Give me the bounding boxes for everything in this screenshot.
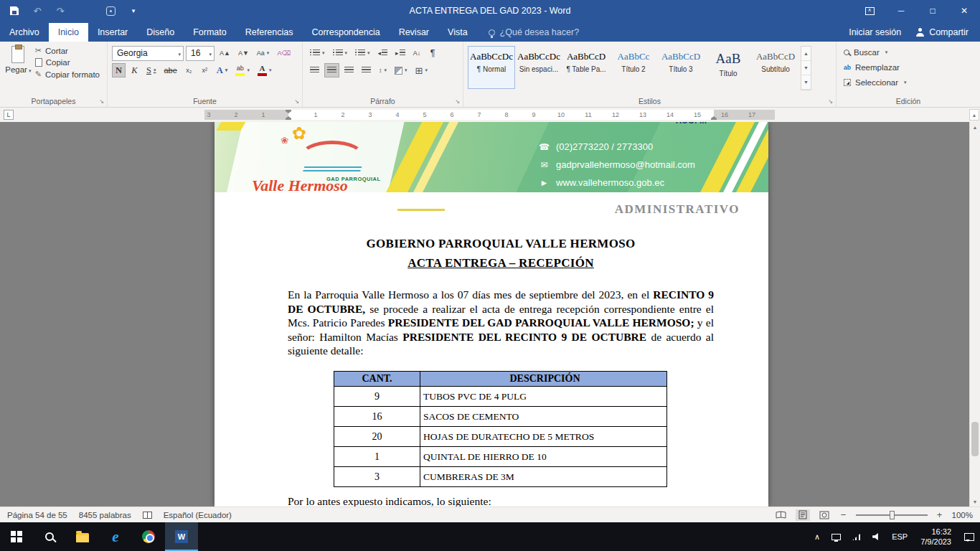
closing-paragraph[interactable]: Por lo antes expuesto indicamos, lo sigu… <box>288 495 714 507</box>
page-indicator[interactable]: Página 54 de 55 <box>7 511 67 519</box>
styles-scroll-up[interactable]: ▲ <box>801 47 811 61</box>
tell-me-search[interactable]: ¿Qué desea hacer? <box>489 27 580 42</box>
web-layout-button[interactable] <box>817 509 831 521</box>
document-title-1[interactable]: GOBIERNO PARROQUIAL VALLE HERMOSO <box>288 237 714 251</box>
decrease-indent-button[interactable]: ◂ <box>375 46 391 60</box>
document-page[interactable]: ✿ ❀ Valle Hermoso GAD PARROQUIAL RUC: ..… <box>215 122 768 507</box>
close-button[interactable]: ✕ <box>948 0 980 22</box>
format-painter-button[interactable]: ✎Copiar formato <box>32 68 103 80</box>
chrome-button[interactable] <box>132 522 165 551</box>
italic-button[interactable]: K <box>128 63 141 77</box>
scroll-up-button[interactable]: ▲ <box>969 109 979 121</box>
underline-button[interactable]: S <box>143 63 159 77</box>
network-tray-button[interactable] <box>847 522 867 551</box>
grow-font-button[interactable]: A▲ <box>217 46 233 60</box>
tab-correspondencia[interactable]: Correspondencia <box>302 23 389 42</box>
desc-cell[interactable]: HOJAS DE DURATECHO DE 5 METROS <box>420 427 667 447</box>
clipboard-dialog-launcher[interactable]: ↘ <box>99 98 104 105</box>
shrink-font-button[interactable]: A▼ <box>235 46 252 60</box>
zoom-out-button[interactable]: − <box>839 509 849 520</box>
change-case-button[interactable]: Aa <box>254 46 273 60</box>
share-button[interactable]: Compartir <box>915 27 969 37</box>
multilevel-list-button[interactable] <box>352 46 373 60</box>
zoom-slider[interactable] <box>856 514 928 516</box>
styles-gallery-more[interactable]: ▼ <box>801 75 811 90</box>
subscript-button[interactable]: x₂ <box>182 63 196 77</box>
styles-dialog-launcher[interactable]: ↘ <box>828 98 833 105</box>
replace-button[interactable]: abReemplazar <box>841 60 976 75</box>
scrollbar-up-arrow[interactable]: ▲ <box>970 122 980 132</box>
align-right-button[interactable] <box>341 63 357 77</box>
style-card[interactable]: AaBbCcDSubtítulo <box>752 46 799 89</box>
edge-button[interactable]: e <box>99 522 132 551</box>
numbering-button[interactable] <box>330 46 351 60</box>
strikethrough-button[interactable]: abe <box>161 63 179 77</box>
desc-cell[interactable]: TUBOS PVC DE 4 PULG <box>420 387 667 407</box>
taskbar-search-button[interactable] <box>33 522 66 551</box>
tab-selector[interactable]: L <box>4 110 14 120</box>
tab-vista[interactable]: Vista <box>438 23 477 42</box>
tab-revisar[interactable]: Revisar <box>390 23 438 42</box>
paste-button[interactable]: Pegar <box>4 44 32 80</box>
bullets-button[interactable] <box>307 46 328 60</box>
customize-qat-button[interactable]: ▾ <box>128 5 139 17</box>
word-count[interactable]: 8455 palabras <box>79 511 131 519</box>
align-left-button[interactable] <box>307 63 322 77</box>
language-indicator[interactable]: Español (Ecuador) <box>164 511 232 519</box>
sort-button[interactable]: A↓ <box>410 46 424 60</box>
line-spacing-button[interactable]: ↕ <box>376 63 390 77</box>
file-explorer-button[interactable] <box>66 522 99 551</box>
tab-archivo[interactable]: Archivo <box>0 23 49 42</box>
style-card[interactable]: AaBbCcTítulo 2 <box>610 46 657 89</box>
show-marks-button[interactable]: ¶ <box>426 46 440 60</box>
word-taskbar-button[interactable]: W <box>165 522 198 551</box>
style-card[interactable]: AaBbCcDc¶ Normal <box>468 46 515 89</box>
body-paragraph[interactable]: En la Parroquia Valle Hermoso a los 07 d… <box>288 288 714 358</box>
cant-cell[interactable]: 20 <box>334 427 420 447</box>
volume-tray-button[interactable] <box>867 522 886 551</box>
text-effects-button[interactable]: A <box>214 63 231 77</box>
increase-indent-button[interactable]: ▸ <box>392 46 408 60</box>
save-button[interactable] <box>9 5 20 17</box>
desc-cell[interactable]: SACOS DE CEMENTO <box>420 407 667 427</box>
styles-scroll-down[interactable]: ▼ <box>801 61 811 75</box>
desc-cell[interactable]: QUINTAL DE HIERRO DE 10 <box>420 447 667 467</box>
select-button[interactable]: Seleccionar <box>841 75 976 90</box>
hidden-icons-button[interactable]: ∧ <box>809 522 826 551</box>
vertical-scrollbar[interactable]: ▲ ▼ <box>969 122 980 507</box>
font-name-combo[interactable]: Georgia <box>112 46 184 61</box>
style-card[interactable]: AaBTítulo <box>705 46 752 89</box>
clear-formatting-button[interactable]: A⌫ <box>274 46 293 60</box>
tab-inicio[interactable]: Inicio <box>49 23 88 42</box>
cant-cell[interactable]: 16 <box>334 407 420 427</box>
cant-cell[interactable]: 3 <box>334 467 420 487</box>
clock[interactable]: 16:327/9/2023 <box>913 522 958 551</box>
touch-mode-button[interactable] <box>105 5 116 17</box>
scrollbar-thumb[interactable] <box>971 422 979 456</box>
start-button[interactable] <box>0 522 33 551</box>
undo-button[interactable]: ↶ <box>32 5 43 17</box>
highlight-color-button[interactable]: ab <box>232 63 253 77</box>
style-card[interactable]: AaBbCcD¶ Table Pa... <box>562 46 610 89</box>
cut-button[interactable]: ✂Cortar <box>32 44 103 57</box>
read-mode-button[interactable] <box>774 509 788 521</box>
ribbon-display-options-button[interactable]: ∧ <box>854 0 885 22</box>
display-tray-button[interactable] <box>826 522 847 551</box>
document-title-2[interactable]: ACTA ENTREGA – RECEPCIÓN <box>288 256 714 270</box>
bold-button[interactable]: N <box>112 63 126 77</box>
minimize-button[interactable]: ─ <box>885 0 917 22</box>
desc-cell[interactable]: CUMBRERAS DE 3M <box>420 467 667 487</box>
superscript-button[interactable]: x² <box>198 63 212 77</box>
font-size-combo[interactable]: 16 <box>186 46 215 61</box>
borders-button[interactable]: ⊞ <box>413 63 430 77</box>
zoom-level[interactable]: 100% <box>952 511 973 519</box>
tab-referencias[interactable]: Referencias <box>236 23 303 42</box>
style-card[interactable]: AaBbCcDTítulo 3 <box>657 46 705 89</box>
print-layout-button[interactable] <box>796 509 810 521</box>
align-center-button[interactable] <box>324 63 339 77</box>
items-table[interactable]: CANT.DESCRIPCIÓN 9TUBOS PVC DE 4 PULG16S… <box>334 371 667 487</box>
action-center-button[interactable] <box>958 522 980 551</box>
tab-diseño[interactable]: Diseño <box>137 23 184 42</box>
paragraph-dialog-launcher[interactable]: ↘ <box>455 98 460 105</box>
maximize-button[interactable]: □ <box>917 0 948 22</box>
